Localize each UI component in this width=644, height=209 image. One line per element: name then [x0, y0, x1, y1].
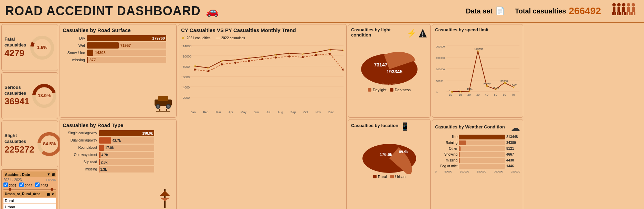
svg-text:6000: 6000: [183, 75, 190, 79]
weather-title: Casualties by Weather Condition: [435, 124, 505, 129]
slight-label: Slight casualties: [4, 133, 34, 145]
weather-other: Other 8121: [435, 146, 520, 151]
filter-section[interactable]: Accident Date ▼ ⊞ 2021 - 2023 YEARS 2021…: [1, 169, 58, 209]
light-condition-card: Casualties by light condition ⚡ 731: [348, 24, 431, 118]
filter-year-checkboxes[interactable]: 2021 2022 2023: [3, 182, 56, 188]
svg-text:1.6%: 1.6%: [37, 45, 47, 50]
svg-text:✕: ✕: [247, 56, 250, 60]
svg-text:20: 20: [467, 93, 471, 96]
warning-icon: [418, 28, 427, 40]
left-column: Fatal casualties 4279 1.6% Serious casua…: [1, 24, 58, 209]
svg-rect-1: [613, 7, 615, 12]
location-card: Casualties by location 📱 176.6k 89.9k Ru…: [348, 119, 431, 209]
svg-text:✕: ✕: [301, 52, 304, 56]
location-pie-svg: 176.6k 89.9k: [358, 133, 420, 174]
legend-2022: — 2022 casualties: [216, 35, 245, 41]
svg-text:14000: 14000: [183, 44, 191, 48]
svg-text:89.9k: 89.9k: [399, 150, 409, 154]
light-pie-area: 73147 193345 موستقل.com Daylight Darknes…: [351, 42, 427, 92]
svg-point-34: [167, 105, 170, 108]
svg-text:4000: 4000: [183, 86, 190, 89]
svg-point-71: [248, 60, 250, 62]
svg-text:19431: 19431: [510, 84, 518, 87]
location-pie-area: 176.6k 89.9k Rural Urban: [351, 133, 427, 179]
car-lift-icon: [153, 93, 173, 115]
slight-number: 225272: [4, 144, 34, 155]
legend-daylight: Daylight: [368, 88, 387, 92]
road-sign-icon: [156, 189, 173, 209]
monthly-trend-title: CY Casualties VS PY Casualties Monthly T…: [181, 27, 344, 33]
svg-text:8000: 8000: [183, 65, 190, 69]
fatal-text: Fatal casualties 4279: [4, 36, 27, 59]
weather-header: Casualties by Weather Condition ☁: [435, 122, 520, 134]
page-title: ROAD ACCEDINT DASHBOARD: [5, 4, 201, 18]
filter-rural[interactable]: Rural: [3, 198, 56, 203]
year-slider[interactable]: [3, 189, 56, 190]
light-legend: Daylight Darkness: [368, 88, 411, 92]
total-label: Total casualties: [515, 7, 566, 15]
year-2023-checkbox[interactable]: 2023: [35, 182, 48, 188]
svg-point-67: [194, 69, 196, 71]
svg-rect-17: [632, 7, 635, 12]
fatal-card: Fatal casualties 4279 1.6%: [1, 24, 58, 71]
total-value: 266492: [569, 6, 601, 17]
weather-missing: missing 4430: [435, 158, 520, 163]
svg-rect-6: [617, 12, 619, 15]
svg-rect-11: [624, 12, 626, 15]
svg-text:✕: ✕: [234, 58, 237, 62]
trend-column: CY Casualties VS PY Casualties Monthly T…: [178, 24, 347, 209]
legend-urban: Urban: [390, 175, 405, 179]
filter-urban[interactable]: Urban: [3, 204, 56, 209]
svg-point-12: [627, 3, 630, 7]
location-legend: Rural Urban: [373, 175, 405, 179]
year-2021-checkbox[interactable]: 2021: [3, 182, 17, 188]
svg-text:✕: ✕: [193, 64, 196, 68]
filter-area-title[interactable]: Urban_or_Rural_Area ⊞ ▼: [3, 191, 56, 197]
serious-donut: 13.9%: [31, 83, 57, 109]
document-icon: 📄: [495, 7, 505, 15]
location-title: Casualties by location: [351, 123, 398, 128]
svg-text:4: 4: [449, 89, 451, 92]
svg-text:13.9%: 13.9%: [38, 93, 51, 98]
svg-text:10000: 10000: [183, 55, 191, 58]
weather-card: Casualties by Weather Condition ☁ fine 2…: [432, 119, 523, 209]
light-title: Casualties by light condition: [351, 27, 405, 38]
svg-text:100000: 100000: [436, 68, 445, 71]
svg-text:23292: 23292: [484, 83, 491, 86]
road-type-card: Casualties by Road Type Single carriagew…: [60, 119, 177, 209]
header-right: Data set 📄 Total casualties 266492: [466, 2, 639, 20]
svg-text:1964: 1964: [467, 87, 473, 91]
weather-x-labels: 050000100000150000200000250000: [435, 170, 520, 173]
road-surface-bars: Dry 179760 Wet 71957 Snow / Ice: [63, 35, 173, 63]
svg-text:✕: ✕: [315, 51, 318, 54]
svg-text:40: 40: [485, 93, 488, 96]
bar-missing: missing 377: [63, 57, 173, 63]
svg-point-4: [617, 3, 621, 7]
svg-text:30: 30: [476, 93, 480, 96]
svg-rect-13: [627, 7, 630, 12]
serious-number: 36941: [4, 96, 29, 107]
year-2022-checkbox[interactable]: 2022: [19, 182, 32, 188]
svg-text:✕: ✕: [274, 53, 277, 57]
speed-limit-title: Casualties by speed limit: [435, 27, 520, 32]
svg-point-75: [302, 56, 304, 58]
weather-snowing: Snowing 4667: [435, 152, 520, 157]
road-type-bars: Single carriageway 198.0k Dual carriagew…: [63, 130, 173, 173]
svg-rect-10: [622, 12, 623, 15]
svg-rect-14: [626, 12, 628, 15]
light-location-column: Casualties by light condition ⚡ 731: [348, 24, 431, 209]
filter-year-range: 2021 - 2023 YEARS: [3, 177, 56, 182]
bar-wet: Wet 71957: [63, 42, 173, 49]
svg-point-69: [221, 63, 223, 65]
svg-point-68: [207, 70, 209, 72]
svg-rect-7: [619, 12, 621, 15]
phone-icon: 📱: [400, 122, 410, 131]
month-labels: JanFebMarAprMayJun JulAugSepOctNovDec: [181, 111, 344, 114]
svg-text:150000: 150000: [436, 56, 445, 60]
bar-roundabout: Roundabout 17.0k: [63, 145, 173, 151]
serious-card: Serious casualties 36941 13.9%: [1, 72, 58, 119]
speed-chart-area: 0 50000 100000 150000 200000 ✕: [435, 34, 520, 98]
weather-bars: fine 213448 Raining 34380 Other: [435, 135, 520, 169]
svg-text:موستقل.com: موستقل.com: [380, 82, 399, 86]
filter-accident-date[interactable]: Accident Date ▼ ⊞: [3, 171, 56, 177]
